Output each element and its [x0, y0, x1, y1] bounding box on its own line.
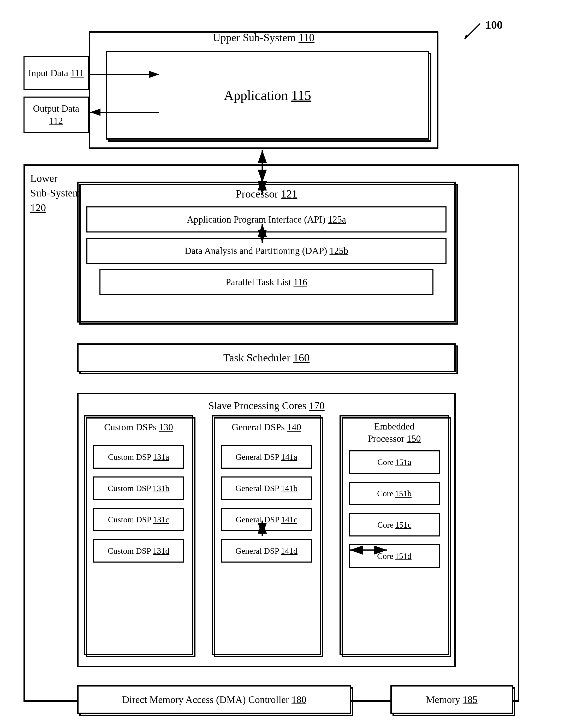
dap-box: Data Analysis and Partitioning (DAP) 125…	[86, 238, 447, 264]
dap-label: Data Analysis and Partitioning (DAP) 125…	[185, 245, 348, 256]
lower-subsystem-label: LowerSub-System120	[30, 171, 81, 215]
slave-cores-box: Slave Processing Cores 170 Custom DSPs 1…	[77, 393, 456, 667]
api-box: Application Program Interface (API) 125a	[86, 206, 447, 233]
ptl-box: Parallel Task List 116	[99, 269, 434, 295]
input-data-box: Input Data 111	[23, 56, 89, 90]
general-dsp-141d: General DSP 141d	[221, 539, 312, 563]
output-data-label: Output Data112	[33, 103, 79, 127]
custom-dsp-131a: Custom DSP 131a	[93, 445, 184, 469]
custom-dsp-131b: Custom DSP 131b	[93, 476, 184, 500]
application-box: Application 115	[106, 51, 429, 140]
input-data-label: Input Data 111	[28, 67, 84, 79]
core-151d: Core 151d	[349, 544, 440, 568]
diagram-container: 100 Upper Sub-System 110 Application 115…	[21, 16, 538, 715]
memory-box: Memory 185	[390, 685, 513, 714]
ref-100: 100	[454, 18, 506, 47]
custom-dsp-131d: Custom DSP 131d	[93, 539, 184, 563]
core-151a: Core 151a	[349, 450, 440, 474]
upper-subsystem-box: Upper Sub-System 110 Application 115	[89, 31, 438, 149]
memory-label: Memory 185	[426, 694, 477, 705]
api-label: Application Program Interface (API) 125a	[187, 214, 346, 225]
processor-label: Processor 121	[79, 188, 454, 200]
output-data-box: Output Data112	[23, 97, 89, 133]
processor-box: Processor 121 Application Program Interf…	[77, 181, 456, 323]
general-dsp-141c: General DSP 141c	[221, 508, 312, 531]
slave-cores-label: Slave Processing Cores 170	[79, 399, 454, 412]
general-dsps-label: General DSPs 140	[213, 422, 320, 433]
custom-dsps-box: Custom DSPs 130 Custom DSP 131a Custom D…	[84, 415, 193, 655]
core-151b: Core 151b	[349, 482, 440, 505]
dma-label: Direct Memory Access (DMA) Controller 18…	[122, 694, 306, 705]
upper-subsystem-label: Upper Sub-System 110	[90, 31, 437, 44]
custom-dsp-131c: Custom DSP 131c	[93, 508, 184, 531]
general-dsp-141a: General DSP 141a	[221, 445, 312, 469]
embedded-proc-label: EmbeddedProcessor 150	[341, 420, 448, 445]
custom-dsps-label: Custom DSPs 130	[85, 422, 192, 433]
task-scheduler-label: Task Scheduler 160	[223, 352, 310, 364]
ptl-label: Parallel Task List 116	[226, 276, 307, 287]
lower-subsystem-box: LowerSub-System120 Processor 121 Applica…	[23, 164, 519, 702]
embedded-proc-box: EmbeddedProcessor 150 Core 151a Core 151…	[340, 415, 449, 655]
core-151c: Core 151c	[349, 513, 440, 536]
general-dsps-box: General DSPs 140 General DSP 141a Genera…	[212, 415, 321, 655]
dma-box: Direct Memory Access (DMA) Controller 18…	[77, 685, 351, 714]
svg-text:100: 100	[485, 18, 502, 31]
application-label: Application 115	[107, 88, 428, 103]
task-scheduler-box: Task Scheduler 160	[77, 343, 456, 372]
general-dsp-141b: General DSP 141b	[221, 476, 312, 500]
